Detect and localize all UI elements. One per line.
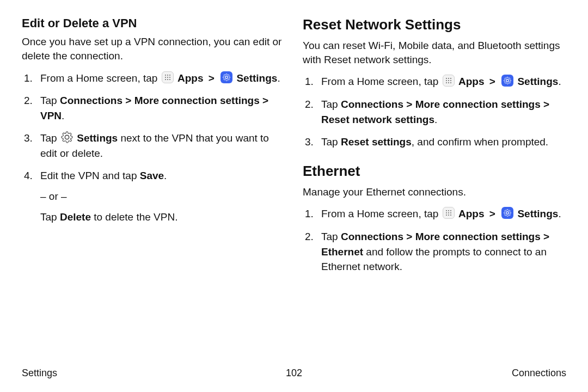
reset-step-1: From a Home screen, tap Apps > Settings. xyxy=(303,74,566,89)
step-text: Tap xyxy=(40,95,60,106)
step-text: Edit the VPN and tap xyxy=(40,170,140,181)
nav-path: Connections > More connection settings >… xyxy=(40,95,268,121)
right-column: Reset Network Settings You can reset Wi-… xyxy=(303,16,566,363)
apps-label: Apps xyxy=(177,72,204,84)
settings-label: Settings xyxy=(517,76,558,87)
step-text: Tap xyxy=(40,132,60,144)
ethernet-heading: Ethernet xyxy=(303,163,566,180)
chevron-right-icon: > xyxy=(209,72,215,84)
vpn-step-4: Edit the VPN and tap Save. – or – Tap De… xyxy=(22,168,285,224)
vpn-step-2: Tap Connections > More connection settin… xyxy=(22,93,285,123)
or-separator: – or – xyxy=(40,189,285,204)
settings-outline-icon xyxy=(61,131,73,143)
settings-label: Settings xyxy=(236,72,277,84)
footer-right: Connections xyxy=(512,367,566,379)
save-label: Save xyxy=(140,170,164,181)
settings-label: Settings xyxy=(517,208,558,219)
vpn-step-3: Tap Settings next to the VPN that you wa… xyxy=(22,131,285,161)
reset-settings-label: Reset settings xyxy=(341,136,412,148)
settings-label: Settings xyxy=(77,132,118,144)
manual-page: Edit or Delete a VPN Once you have set u… xyxy=(0,0,588,392)
apps-label: Apps xyxy=(458,208,485,219)
settings-blue-icon xyxy=(501,75,513,87)
ethernet-intro: Manage your Ethernet connections. xyxy=(303,185,566,199)
settings-blue-icon xyxy=(220,71,232,83)
apps-icon xyxy=(443,75,455,87)
delete-label: Delete xyxy=(60,211,91,223)
step-text: next to the VPN that you want to edit or… xyxy=(40,132,269,159)
footer-left: Settings xyxy=(22,367,57,379)
eth-step-1: From a Home screen, tap Apps > Settings. xyxy=(303,206,566,222)
reset-step-2: Tap Connections > More connection settin… xyxy=(303,97,566,127)
edit-delete-vpn-heading: Edit or Delete a VPN xyxy=(22,16,285,30)
page-footer: Settings 102 Connections xyxy=(22,363,566,379)
page-number: 102 xyxy=(286,367,302,379)
two-column-layout: Edit or Delete a VPN Once you have set u… xyxy=(22,16,566,363)
alt-action: Tap Delete to delete the VPN. xyxy=(40,210,285,225)
apps-icon xyxy=(162,71,174,83)
chevron-right-icon: > xyxy=(489,76,495,87)
reset-step-3: Tap Reset settings, and confirm when pro… xyxy=(303,134,566,150)
ethernet-steps-list: From a Home screen, tap Apps > Settings.… xyxy=(303,206,566,274)
left-column: Edit or Delete a VPN Once you have set u… xyxy=(22,16,285,363)
reset-network-heading: Reset Network Settings xyxy=(303,16,566,33)
settings-blue-icon xyxy=(501,207,513,219)
step-text: From a Home screen, tap xyxy=(40,72,161,84)
vpn-steps-list: From a Home screen, tap Apps > Settings.… xyxy=(22,71,285,224)
edit-delete-vpn-intro: Once you have set up a VPN connection, y… xyxy=(22,35,285,63)
reset-steps-list: From a Home screen, tap Apps > Settings.… xyxy=(303,74,566,149)
vpn-step-1: From a Home screen, tap Apps > Settings. xyxy=(22,71,285,86)
apps-label: Apps xyxy=(458,76,485,87)
reset-network-intro: You can reset Wi-Fi, Mobile data, and Bl… xyxy=(303,39,566,66)
eth-step-2: Tap Connections > More connection settin… xyxy=(303,229,566,274)
chevron-right-icon: > xyxy=(489,208,495,219)
apps-icon xyxy=(443,207,455,219)
